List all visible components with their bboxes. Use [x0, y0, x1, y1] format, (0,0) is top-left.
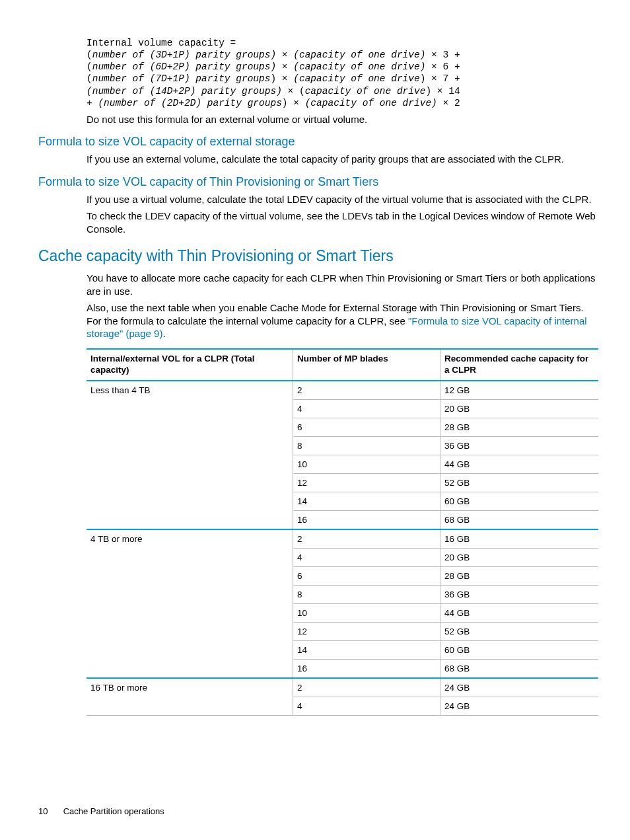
code-text-italic: number of (6D+2P) parity groups) — [92, 61, 276, 72]
table-cell-mp: 6 — [293, 566, 440, 585]
table-cell-mp: 2 — [293, 529, 440, 549]
table-cell-group-label: Less than 4 TB — [87, 381, 293, 529]
table-cell-group-label: 16 TB or more — [87, 678, 293, 716]
table-cell-cache: 60 GB — [440, 492, 599, 510]
cache-capacity-table: Internal/external VOL for a CLPR (Total … — [87, 348, 598, 716]
code-text-italic: capacity of one drive — [305, 86, 426, 96]
code-text: ) × — [282, 98, 305, 108]
page-number: 10 — [38, 806, 61, 816]
table-cell-mp: 12 — [293, 473, 440, 492]
code-text-italic: number of (3D+1P) parity groups) — [92, 50, 276, 60]
table-cell-cache: 36 GB — [440, 436, 599, 455]
body-paragraph: Do not use this formula for an external … — [87, 113, 597, 126]
table-cell-mp: 8 — [293, 585, 440, 603]
code-text-italic: (capacity of one drive) — [293, 61, 425, 72]
code-text: ( — [87, 50, 92, 60]
heading-thin-provisioning-formula: Formula to size VOL capacity of Thin Pro… — [38, 175, 597, 189]
table-cell-mp: 14 — [293, 492, 440, 510]
table-row: Less than 4 TB212 GB — [87, 381, 598, 400]
table-row: 16 TB or more224 GB — [87, 678, 598, 697]
table-cell-cache: 20 GB — [440, 399, 599, 418]
code-text: ) × 14 — [425, 86, 460, 96]
table-cell-mp: 10 — [293, 455, 440, 473]
code-text: ( — [87, 61, 92, 72]
table-cell-mp: 10 — [293, 603, 440, 622]
table-header: Internal/external VOL for a CLPR (Total … — [87, 349, 293, 381]
body-paragraph: Also, use the next table when you enable… — [87, 301, 597, 340]
code-text-italic: (capacity of one drive — [293, 73, 419, 84]
code-text: × ( — [282, 86, 305, 96]
table-cell-cache: 44 GB — [440, 455, 599, 473]
table-cell-mp: 12 — [293, 622, 440, 640]
code-text: × — [276, 61, 293, 72]
footer-section: Cache Partition operations — [63, 806, 164, 816]
table-cell-mp: 4 — [293, 697, 440, 715]
code-text: + — [87, 98, 98, 108]
body-paragraph: To check the LDEV capacity of the virtua… — [87, 210, 597, 235]
table-cell-cache: 12 GB — [440, 381, 599, 400]
table-cell-cache: 52 GB — [440, 622, 599, 640]
table-header: Number of MP blades — [293, 349, 440, 381]
table-cell-cache: 16 GB — [440, 529, 599, 549]
page-footer: 10 Cache Partition operations — [38, 806, 164, 816]
code-text: × 3 + — [425, 50, 460, 60]
table-cell-cache: 28 GB — [440, 418, 599, 436]
code-line: Internal volume capacity = — [87, 38, 236, 48]
code-text: ) × 7 + — [420, 73, 460, 84]
heading-cache-capacity: Cache capacity with Thin Provisioning or… — [38, 247, 597, 265]
code-text-italic: (capacity of one drive) — [305, 98, 437, 108]
body-paragraph: If you use a virtual volume, calculate t… — [87, 193, 597, 206]
code-text: × 2 — [437, 98, 460, 108]
table-cell-mp: 8 — [293, 436, 440, 455]
code-text-italic: (number of (2D+2D) parity groups — [98, 98, 281, 108]
code-text-italic: (capacity of one drive) — [293, 50, 425, 60]
table-cell-cache: 52 GB — [440, 473, 599, 492]
formula-code-block: Internal volume capacity = (number of (3… — [87, 37, 597, 109]
table-cell-mp: 6 — [293, 418, 440, 436]
table-cell-cache: 24 GB — [440, 678, 599, 697]
table-cell-mp: 16 — [293, 510, 440, 529]
code-text-italic: (number of (14D+2P) parity groups) — [87, 86, 282, 96]
code-text: × — [276, 50, 293, 60]
body-text: . — [162, 328, 165, 339]
table-cell-cache: 24 GB — [440, 697, 599, 715]
table-cell-cache: 28 GB — [440, 566, 599, 585]
code-text: ( — [87, 73, 92, 84]
body-paragraph: If you use an external volume, calculate… — [87, 153, 597, 166]
table-cell-group-label: 4 TB or more — [87, 529, 293, 678]
table-cell-cache: 60 GB — [440, 640, 599, 659]
code-text: × 6 + — [425, 61, 460, 72]
table-cell-cache: 68 GB — [440, 510, 599, 529]
table-header: Recommended cache capacity for a CLPR — [440, 349, 599, 381]
table-cell-cache: 36 GB — [440, 585, 599, 603]
table-cell-mp: 2 — [293, 381, 440, 400]
table-cell-cache: 20 GB — [440, 548, 599, 566]
table-cell-mp: 14 — [293, 640, 440, 659]
table-cell-mp: 16 — [293, 659, 440, 678]
table-cell-mp: 2 — [293, 678, 440, 697]
table-cell-cache: 68 GB — [440, 659, 599, 678]
table-cell-cache: 44 GB — [440, 603, 599, 622]
table-row: 4 TB or more216 GB — [87, 529, 598, 549]
table-cell-mp: 4 — [293, 399, 440, 418]
heading-external-storage: Formula to size VOL capacity of external… — [38, 135, 597, 149]
table-cell-mp: 4 — [293, 548, 440, 566]
body-paragraph: You have to allocate more cache capacity… — [87, 272, 597, 297]
code-text: ) × — [270, 73, 293, 84]
code-text-italic: number of (7D+1P) parity groups — [92, 73, 271, 84]
